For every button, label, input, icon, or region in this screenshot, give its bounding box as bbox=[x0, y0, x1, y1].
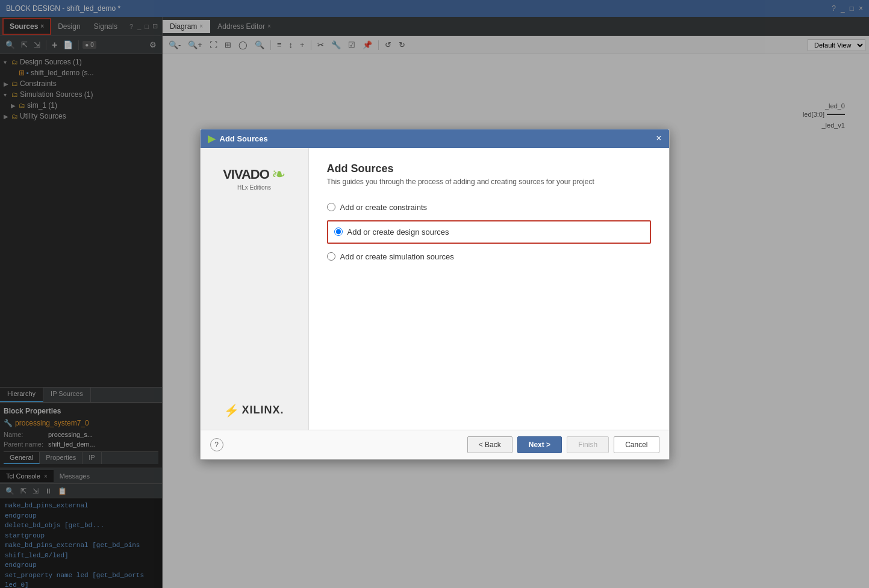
dialog-footer: ? < Back Next > Finish Cancel bbox=[201, 430, 669, 459]
xilinx-logo-text: XILINX. bbox=[241, 404, 284, 416]
radio-simulation[interactable] bbox=[327, 252, 335, 261]
xilinx-logo: ⚡ XILINX. bbox=[224, 403, 284, 418]
radio-options: Add or create constraints Add or create … bbox=[327, 200, 651, 264]
radio-constraints[interactable] bbox=[327, 203, 335, 211]
dialog-help-button[interactable]: ? bbox=[210, 438, 223, 451]
finish-button: Finish bbox=[567, 436, 609, 453]
back-button[interactable]: < Back bbox=[467, 436, 512, 453]
dialog-heading: Add Sources bbox=[327, 162, 651, 175]
dialog-close-button[interactable]: × bbox=[656, 134, 661, 143]
vivado-logo: VIVADO ❧ HLx Editions bbox=[223, 166, 285, 191]
option-simulation[interactable]: Add or create simulation sources bbox=[327, 250, 651, 264]
modal-overlay: ▶ Add Sources × VIVADO ❧ HLx Editions ⚡ … bbox=[0, 0, 869, 588]
radio-design[interactable] bbox=[334, 227, 343, 236]
dialog-body: VIVADO ❧ HLx Editions ⚡ XILINX. Add Sour… bbox=[201, 148, 669, 430]
dialog-vivado-icon: ▶ bbox=[208, 133, 215, 144]
vivado-logo-sub: HLx Editions bbox=[223, 184, 285, 191]
add-sources-dialog: ▶ Add Sources × VIVADO ❧ HLx Editions ⚡ … bbox=[200, 129, 670, 460]
next-button[interactable]: Next > bbox=[517, 436, 562, 453]
dialog-title: Add Sources bbox=[220, 134, 268, 143]
option-constraints[interactable]: Add or create constraints bbox=[327, 200, 651, 214]
cancel-button[interactable]: Cancel bbox=[614, 436, 659, 453]
vivado-leaf-icon: ❧ bbox=[272, 166, 285, 183]
option-design-label: Add or create design sources bbox=[347, 227, 449, 237]
option-design-selected-box: Add or create design sources bbox=[327, 220, 651, 244]
xilinx-icon: ⚡ bbox=[224, 403, 239, 418]
option-constraints-label: Add or create constraints bbox=[340, 203, 428, 212]
dialog-left-panel: VIVADO ❧ HLx Editions ⚡ XILINX. bbox=[201, 148, 309, 430]
dialog-titlebar: ▶ Add Sources × bbox=[201, 129, 669, 148]
option-design[interactable]: Add or create design sources bbox=[334, 225, 449, 239]
dialog-content: Add Sources This guides you through the … bbox=[309, 148, 669, 430]
option-simulation-label: Add or create simulation sources bbox=[340, 252, 454, 261]
dialog-subtitle: This guides you through the process of a… bbox=[327, 178, 651, 186]
vivado-logo-text: VIVADO bbox=[223, 167, 269, 182]
